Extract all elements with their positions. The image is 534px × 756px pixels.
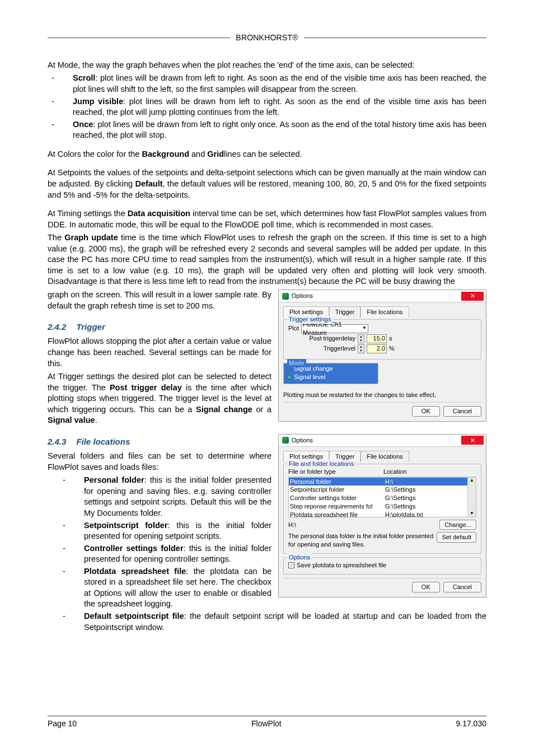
cancel-button[interactable]: Cancel — [443, 406, 481, 417]
titlebar[interactable]: Options ✕ — [279, 435, 486, 447]
b: Default setpointscript file — [84, 612, 184, 620]
restart-note: Plotting must be restarted for the chang… — [283, 391, 481, 399]
b: Personal folder — [84, 475, 144, 484]
footer-title: FlowPlot — [251, 718, 282, 729]
trigger-settings-group: Trigger settings Plot FlowDDE Ch1 Measur… — [283, 319, 481, 360]
t: or a — [252, 405, 271, 414]
mode-item-jump: Jump visible: plot lines will be drawn f… — [73, 96, 486, 118]
t: At Timing settings the — [48, 209, 128, 218]
page-footer: Page 10 FlowPlot 9.17.030 — [48, 716, 486, 729]
b: Default — [135, 179, 162, 188]
header-rule-right — [304, 38, 486, 38]
heading-title: File locations — [76, 437, 130, 446]
b: Post trigger delay — [110, 383, 182, 392]
timing-para-1: At Timing settings the Data acquisition … — [48, 208, 486, 230]
t: and — [189, 150, 207, 158]
t: : plot lines will be drawn from left to … — [73, 120, 486, 140]
setpoints-para: At Setpoints the values of the setpoints… — [48, 167, 486, 200]
mode-item-scroll: Scroll: plot lines will be drawn from le… — [73, 73, 486, 95]
radio-label: Signal level — [294, 373, 325, 381]
colors-para: At Colors the color for the Background a… — [48, 149, 486, 160]
file-item-plotdata: Plotdata spreadsheet file: the plotdata … — [84, 566, 486, 610]
tab-file-locations[interactable]: File locations — [360, 451, 409, 462]
page-header: BRONKHORST® — [48, 32, 486, 43]
chevron-down-icon: ▼ — [362, 325, 367, 332]
level-spinner[interactable]: ▲▼ — [358, 344, 364, 353]
b: Setpointscript folder — [84, 521, 168, 530]
plot-combo[interactable]: FlowDDE Ch1 Measure▼ — [301, 324, 368, 333]
app-icon — [282, 293, 289, 300]
dialog-title: Options — [292, 292, 313, 300]
b: Signal value — [48, 416, 95, 424]
tab-file-locations[interactable]: File locations — [360, 306, 409, 318]
group-legend: File and folder locations — [287, 460, 355, 468]
app-icon — [282, 437, 289, 444]
ok-button[interactable]: OK — [412, 406, 440, 417]
close-icon[interactable]: ✕ — [461, 436, 484, 445]
radio-icon — [286, 374, 292, 380]
t: . — [95, 416, 97, 424]
dialog-title: Options — [292, 436, 313, 445]
close-icon[interactable]: ✕ — [461, 292, 484, 301]
t: : plot lines will be drawn from left to … — [73, 73, 486, 94]
b: Jump visible — [73, 97, 123, 106]
delay-label: Post triggerdelay — [305, 334, 355, 343]
header-rule-left — [48, 38, 230, 38]
t: The — [48, 233, 64, 242]
b: Scroll — [73, 73, 95, 82]
file-item-controller: Controller settings folder: this is the … — [84, 543, 486, 565]
file-item-setpoint: Setpointscript folder: this is the initi… — [84, 520, 486, 542]
group-legend: Trigger settings — [287, 315, 332, 324]
mode-intro: At Mode, the way the graph behaves when … — [48, 60, 486, 71]
files-list: Personal folder: this is the initial fol… — [48, 475, 486, 633]
titlebar[interactable]: Options ✕ — [279, 290, 486, 302]
radio-signal-level[interactable]: Signal level — [286, 373, 376, 381]
tab-trigger[interactable]: Trigger — [329, 306, 360, 318]
delay-input[interactable]: 15.0 — [367, 334, 387, 343]
brand-label: BRONKHORST® — [236, 32, 298, 43]
delay-unit: s — [389, 334, 392, 343]
b: Background — [142, 150, 189, 158]
level-input[interactable]: 2.0 — [367, 344, 387, 353]
mode-list: Scroll: plot lines will be drawn from le… — [48, 73, 486, 141]
floated-section: Options ✕ Plot settings Trigger File loc… — [48, 290, 486, 641]
b: Signal change — [196, 405, 252, 414]
heading-num: 2.4.3 — [48, 437, 66, 446]
mode-group: Mode Signal change Signal level — [283, 363, 378, 384]
file-item-personal: Personal folder: this is the initial fol… — [84, 475, 486, 519]
t: At Colors the color for the — [48, 150, 142, 158]
level-label: Triggerlevel — [305, 344, 355, 353]
delay-spinner[interactable]: ▲▼ — [358, 334, 364, 343]
level-unit: % — [389, 344, 395, 353]
mode-item-once: Once: plot lines will be drawn from left… — [73, 119, 486, 141]
timing-para-2: The Graph update time is the time which … — [48, 232, 486, 287]
footer-version: 9.17.030 — [456, 718, 486, 729]
t: : plot lines will be drawn from left to … — [73, 97, 486, 117]
b: Controller settings folder — [84, 544, 184, 553]
heading-title: Trigger — [76, 322, 105, 332]
t: lines can be selected. — [224, 150, 302, 158]
heading-num: 2.4.2 — [48, 322, 66, 332]
options-dialog-trigger: Options ✕ Plot settings Trigger File loc… — [278, 290, 486, 422]
b: Data acquisition — [128, 209, 190, 218]
b: Once — [73, 120, 93, 129]
file-item-default-script: Default setpointscript file: the default… — [84, 611, 486, 633]
b: Graph update — [64, 233, 118, 242]
group-legend: Mode — [287, 359, 306, 367]
plot-label: Plot — [288, 324, 299, 333]
b: Grid — [207, 150, 224, 158]
footer-page: Page 10 — [48, 718, 77, 729]
b: Plotdata spreadsheet file — [84, 567, 186, 576]
